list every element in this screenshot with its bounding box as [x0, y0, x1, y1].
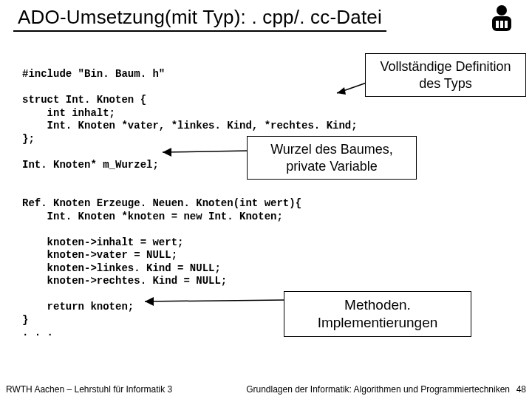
- footer-right: Grundlagen der Informatik: Algorithmen u…: [246, 384, 510, 395]
- svg-rect-3: [500, 21, 503, 28]
- callout-root-variable: Wurzel des Baumes, private Variable: [247, 136, 417, 180]
- person-icon: [489, 4, 514, 37]
- slide-title: ADO-Umsetzung(mit Typ): . cpp/. cc-Datei: [13, 6, 386, 32]
- svg-rect-4: [505, 21, 508, 28]
- svg-rect-2: [496, 21, 499, 28]
- footer-page-number: 48: [516, 384, 526, 395]
- footer-left: RWTH Aachen – Lehrstuhl für Informatik 3: [6, 384, 172, 395]
- callout-type-definition: Vollständige Definition des Typs: [365, 53, 526, 97]
- callout-method-implementations: Methoden. Implementierungen: [284, 291, 471, 337]
- svg-point-0: [497, 5, 507, 16]
